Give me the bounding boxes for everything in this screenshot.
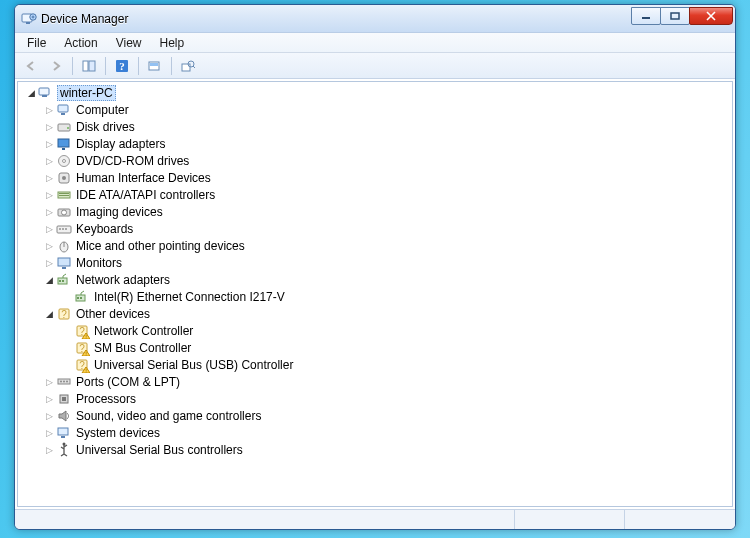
menu-action[interactable]: Action [56,34,105,52]
tree-node-label: Sound, video and game controllers [75,409,262,423]
svg-rect-43 [80,297,82,299]
expander-icon[interactable]: ▷ [44,258,54,268]
tree-node[interactable]: ▷ Ports (COM & LPT) [22,373,732,390]
svg-rect-31 [59,228,61,230]
tree-node[interactable]: Intel(R) Ethernet Connection I217-V [22,288,732,305]
expander-icon[interactable]: ▷ [44,394,54,404]
expander-icon[interactable]: ▷ [44,122,54,132]
root-icon [38,85,54,101]
expander-icon[interactable]: ▷ [44,207,54,217]
expander-icon[interactable]: ▷ [44,156,54,166]
expander-icon[interactable]: ▷ [44,445,54,455]
tree-node[interactable]: ◢ Network adapters [22,271,732,288]
expander-icon[interactable] [62,360,72,370]
usb-icon [56,442,72,458]
expander-icon[interactable]: ▷ [44,190,54,200]
expander-icon[interactable]: ◢ [26,88,36,98]
show-hide-tree-button[interactable] [77,55,101,77]
menu-file[interactable]: File [19,34,54,52]
menu-view[interactable]: View [108,34,150,52]
expander-icon[interactable]: ▷ [44,105,54,115]
cpu-icon [56,391,72,407]
tree-node[interactable]: ?! Universal Serial Bus (USB) Controller [22,356,732,373]
tree-node[interactable]: ▷ Monitors [22,254,732,271]
tree-node-label: Universal Serial Bus controllers [75,443,244,457]
imaging-icon [56,204,72,220]
expander-icon[interactable]: ▷ [44,224,54,234]
tree-node[interactable]: ◢ winter-PC [22,84,732,101]
tree-node[interactable]: ?! SM Bus Controller [22,339,732,356]
tree-node[interactable]: ▷ System devices [22,424,732,441]
tree-node-label: winter-PC [57,85,116,101]
nav-forward-button[interactable] [44,55,68,77]
window-controls [632,12,733,25]
disk-icon [56,119,72,135]
expander-icon[interactable]: ▷ [44,377,54,387]
close-button[interactable] [689,7,733,25]
titlebar[interactable]: Device Manager [15,5,735,33]
tree-node-label: IDE ATA/ATAPI controllers [75,188,216,202]
computer-icon [56,102,72,118]
svg-rect-32 [62,228,64,230]
nav-back-button[interactable] [19,55,43,77]
expander-icon[interactable] [62,343,72,353]
tree-node-label: Intel(R) Ethernet Connection I217-V [93,290,286,304]
minimize-button[interactable] [631,7,661,25]
svg-rect-65 [58,428,68,435]
tree-node-label: Keyboards [75,222,134,236]
menu-help[interactable]: Help [152,34,193,52]
svg-rect-14 [42,95,47,97]
expander-icon[interactable]: ◢ [44,275,54,285]
svg-rect-1 [26,22,30,24]
window-title: Device Manager [41,12,632,26]
expander-icon[interactable]: ▷ [44,139,54,149]
update-driver-button[interactable] [176,55,200,77]
expander-icon[interactable] [62,292,72,302]
svg-rect-40 [62,280,64,282]
svg-rect-26 [59,193,69,194]
svg-rect-42 [77,297,79,299]
device-manager-window: Device Manager File Action View Help ? ◢… [14,4,736,530]
expander-icon[interactable]: ▷ [44,411,54,421]
statusbar [15,509,735,529]
tree-node[interactable]: ▷ Universal Serial Bus controllers [22,441,732,458]
expander-icon[interactable]: ◢ [44,309,54,319]
svg-rect-15 [58,105,68,112]
tree-node[interactable]: ▷ Mice and other pointing devices [22,237,732,254]
expander-icon[interactable]: ▷ [44,173,54,183]
maximize-button[interactable] [660,7,690,25]
expander-icon[interactable] [62,326,72,336]
tree-node-label: Monitors [75,256,123,270]
svg-rect-6 [89,61,95,71]
network-icon [56,272,72,288]
tree-node[interactable]: ?! Network Controller [22,322,732,339]
device-tree[interactable]: ◢ winter-PC ▷ Computer ▷ Disk drives ▷ D… [17,81,733,507]
tree-node[interactable]: ▷ Disk drives [22,118,732,135]
warn-icon: ?! [74,357,90,373]
network-icon [74,289,90,305]
tree-node-label: Human Interface Devices [75,171,212,185]
app-icon [21,11,37,27]
tree-node[interactable]: ▷ Computer [22,101,732,118]
tree-node[interactable]: ▷ DVD/CD-ROM drives [22,152,732,169]
ide-icon [56,187,72,203]
tree-node[interactable]: ◢ ? Other devices [22,305,732,322]
scan-hardware-button[interactable] [143,55,167,77]
svg-rect-33 [65,228,67,230]
tree-node[interactable]: ▷ Imaging devices [22,203,732,220]
svg-rect-36 [58,258,70,266]
tree-node[interactable]: ▷ Display adapters [22,135,732,152]
tree-node[interactable]: ▷ IDE ATA/ATAPI controllers [22,186,732,203]
expander-icon[interactable]: ▷ [44,428,54,438]
toolbar-separator [72,57,73,75]
tree-node[interactable]: ▷ Processors [22,390,732,407]
mouse-icon [56,238,72,254]
svg-rect-63 [62,397,66,401]
svg-text:?: ? [119,60,125,72]
tree-node[interactable]: ▷ Keyboards [22,220,732,237]
tree-node[interactable]: ▷ Sound, video and game controllers [22,407,732,424]
help-button[interactable]: ? [110,55,134,77]
expander-icon[interactable]: ▷ [44,241,54,251]
svg-point-18 [67,127,69,129]
tree-node[interactable]: ▷ Human Interface Devices [22,169,732,186]
